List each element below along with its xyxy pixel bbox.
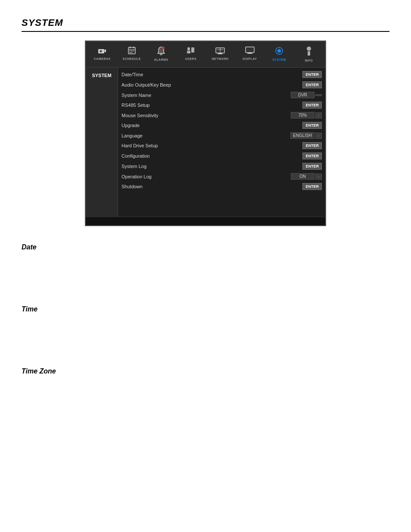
users-icon	[187, 47, 195, 56]
section-heading-date: Date	[22, 243, 389, 251]
menu-enter-datetime[interactable]: ENTER	[302, 71, 322, 78]
menu-row-syslog[interactable]: System Log ENTER	[118, 161, 325, 171]
sidebar-system-label: SYSTEM	[92, 73, 111, 78]
menu-row-shutdown[interactable]: Shutdown ENTER	[118, 181, 325, 192]
menu-enter-syslog[interactable]: ENTER	[302, 163, 322, 170]
menu-row-config[interactable]: Configuration ENTER	[118, 151, 325, 161]
page-title: SYSTEM	[22, 17, 389, 28]
menu-enter-config[interactable]: ENTER	[302, 152, 322, 159]
menu-value-sysname: DVR	[291, 92, 314, 98]
title-divider	[22, 31, 389, 32]
svg-marker-1	[104, 49, 106, 53]
menu-enter-audio[interactable]: ENTER	[302, 81, 322, 88]
sidebar: SYSTEM	[86, 68, 118, 217]
menu-label-hdd: Hard Drive Setup	[121, 143, 302, 148]
menu-label-rs485: RS485 Setup	[121, 103, 302, 108]
display-label: DISPLAY	[243, 57, 257, 60]
dvr-interface: CAMERAS SCHEDULE	[85, 40, 326, 226]
menu-label-audio: Audio Output/Key Beep	[121, 82, 302, 87]
nav-item-cameras[interactable]: CAMERAS	[87, 45, 117, 64]
svg-point-28	[307, 47, 311, 51]
menu-value-language: ENGLISH	[290, 132, 314, 139]
nav-item-network[interactable]: NETWORK	[206, 45, 235, 64]
menu-panel: Date/Time ENTER Audio Output/Key Beep EN…	[118, 68, 325, 217]
dvr-content: SYSTEM Date/Time ENTER Audio Output/Key …	[86, 68, 325, 217]
menu-dropdown-sysname[interactable]	[315, 94, 322, 96]
network-label: NETWORK	[212, 57, 229, 60]
users-label: USERS	[185, 57, 196, 60]
menu-label-syslog: System Log	[121, 164, 302, 169]
menu-dropdown-language[interactable]: -	[315, 133, 322, 139]
system-label: SYSTEM	[272, 58, 286, 61]
menu-row-mouse[interactable]: Mouse Sensitivity 70% -	[118, 110, 325, 120]
section-content-timezone	[22, 380, 389, 389]
svg-rect-10	[130, 52, 131, 53]
svg-point-12	[160, 53, 162, 55]
menu-row-sysname[interactable]: System Name DVR	[118, 90, 325, 100]
schedule-label: SCHEDULE	[122, 57, 141, 60]
menu-label-upgrade: Upgrade	[121, 123, 302, 128]
menu-label-language: Language	[121, 133, 290, 138]
svg-rect-29	[308, 51, 310, 56]
svg-point-2	[100, 50, 102, 53]
section-heading-time: Time	[22, 305, 389, 313]
svg-rect-15	[187, 51, 190, 53]
section-content-time	[22, 317, 389, 327]
display-icon	[245, 47, 255, 56]
svg-rect-11	[131, 52, 132, 53]
svg-rect-7	[130, 50, 131, 51]
nav-item-schedule[interactable]: SCHEDULE	[117, 45, 147, 64]
svg-rect-5	[133, 47, 134, 48]
menu-row-rs485[interactable]: RS485 Setup ENTER	[118, 100, 325, 110]
nav-item-alarms[interactable]: ALARMS	[146, 45, 176, 64]
menu-row-datetime[interactable]: Date/Time ENTER	[118, 69, 325, 80]
svg-point-27	[278, 50, 280, 52]
menu-row-upgrade[interactable]: Upgrade ENTER	[118, 120, 325, 131]
menu-enter-rs485[interactable]: ENTER	[302, 102, 322, 109]
cameras-icon	[98, 47, 106, 56]
svg-rect-16	[191, 47, 194, 53]
menu-row-hdd[interactable]: Hard Drive Setup ENTER	[118, 140, 325, 151]
section-heading-timezone: Time Zone	[22, 367, 389, 375]
svg-rect-22	[246, 47, 254, 53]
menu-label-sysname: System Name	[121, 93, 291, 98]
menu-enter-shutdown[interactable]: ENTER	[302, 183, 322, 190]
menu-enter-upgrade[interactable]: ENTER	[302, 122, 322, 129]
nav-item-users[interactable]: USERS	[176, 45, 206, 64]
dvr-footer	[86, 217, 325, 225]
svg-rect-9	[133, 50, 134, 51]
menu-dropdown-oplog[interactable]: -	[315, 174, 322, 180]
menu-label-shutdown: Shutdown	[121, 184, 302, 189]
menu-label-mouse: Mouse Sensitivity	[121, 113, 291, 118]
menu-spacer-2	[118, 199, 325, 207]
menu-spacer-1	[118, 192, 325, 199]
cameras-label: CAMERAS	[94, 57, 111, 60]
alarms-label: ALARMS	[154, 58, 168, 61]
nav-item-info[interactable]: INFO	[294, 45, 324, 64]
schedule-icon	[128, 47, 136, 56]
nav-item-display[interactable]: DISPLAY	[235, 45, 265, 64]
svg-rect-8	[131, 50, 132, 51]
nav-item-system[interactable]: SYSTEM	[265, 45, 294, 64]
menu-label-config: Configuration	[121, 153, 302, 159]
section-content-date	[22, 255, 389, 264]
menu-row-language[interactable]: Language ENGLISH -	[118, 131, 325, 140]
menu-dropdown-mouse[interactable]: -	[315, 112, 322, 118]
svg-point-13	[162, 47, 165, 49]
menu-value-mouse: 70%	[291, 112, 314, 118]
menu-row-audio[interactable]: Audio Output/Key Beep ENTER	[118, 80, 325, 90]
alarms-icon	[157, 47, 165, 57]
menu-spacer-3	[118, 207, 325, 215]
info-label: INFO	[305, 59, 313, 62]
menu-enter-hdd[interactable]: ENTER	[302, 142, 322, 149]
menu-row-oplog[interactable]: Operation Log ON -	[118, 171, 325, 181]
menu-label-oplog: Operation Log	[121, 174, 291, 179]
network-icon	[215, 47, 225, 56]
svg-rect-14	[187, 47, 190, 50]
system-icon	[275, 47, 283, 57]
menu-value-oplog: ON	[291, 173, 314, 180]
info-icon	[305, 47, 312, 58]
nav-bar: CAMERAS SCHEDULE	[86, 41, 325, 68]
svg-rect-4	[130, 47, 131, 48]
menu-label-datetime: Date/Time	[121, 72, 302, 77]
